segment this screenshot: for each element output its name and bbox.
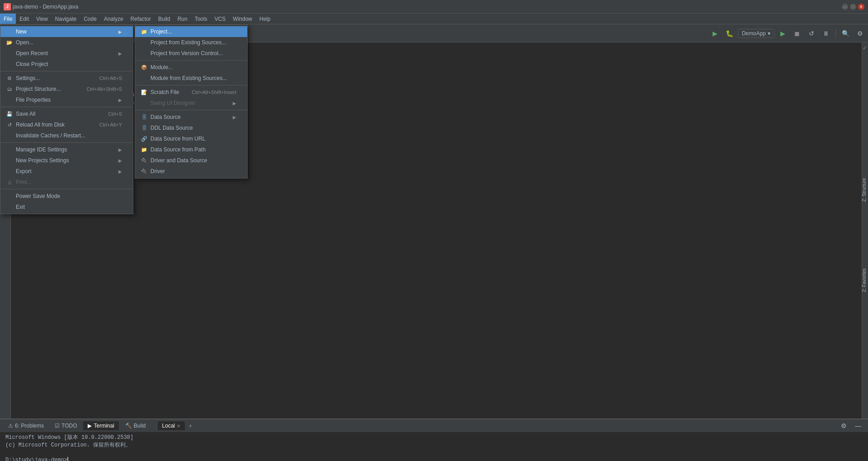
terminal-prompt-line: D:\study\java-demo> — [5, 456, 863, 461]
toolbar-search-button[interactable]: 🔍 — [839, 27, 852, 40]
tab-todo[interactable]: ☑ TODO — [50, 421, 81, 430]
tab-build[interactable]: 🔨 Build — [121, 421, 150, 430]
terminal-minimize-icon[interactable]: — — [852, 419, 864, 432]
open-recent-arrow: ▶ — [118, 51, 122, 56]
menu-build[interactable]: Build — [155, 14, 174, 24]
menu-code[interactable]: Code — [80, 14, 100, 24]
toolbar-pause-button[interactable]: ⏸ — [820, 27, 832, 40]
new-icon — [6, 28, 13, 35]
menu-project-structure-item[interactable]: 🗂 Project Structure... Ctrl+Alt+Shift+S — [0, 84, 133, 94]
module-sources-label: Module from Existing Sources... — [150, 75, 227, 81]
terminal-settings-icon[interactable]: ⚙ — [837, 419, 850, 432]
terminal-prompt: D:\study\java-demo> — [5, 457, 67, 461]
module-icon: 📦 — [141, 64, 148, 71]
menu-refactor[interactable]: Refactor — [127, 14, 155, 24]
menu-window[interactable]: Window — [229, 14, 256, 24]
scratch-icon: 📝 — [141, 89, 148, 96]
project-from-vcs-item[interactable]: Project from Version Control... — [135, 48, 247, 59]
menu-help[interactable]: Help — [256, 14, 274, 24]
toolbar-gear-button[interactable]: ⚙ — [854, 27, 866, 40]
data-source-url-icon: 🔗 — [141, 135, 148, 142]
toolbar-stop-button[interactable]: ◼ — [791, 27, 803, 40]
menu-open-recent-item[interactable]: Open Recent ▶ — [0, 48, 133, 59]
menu-export-item[interactable]: Export ▶ — [0, 166, 133, 177]
menu-settings-item[interactable]: ⚙ Settings... Ctrl+Alt+S — [0, 73, 133, 84]
ddl-icon: 🗄 — [141, 124, 148, 132]
power-save-label: Power Save Mode — [16, 193, 60, 199]
close-project-label: Close Project — [16, 61, 48, 67]
config-dropdown[interactable]: DemoApp ▾ — [738, 29, 774, 38]
toolbar-run-config-button[interactable]: ▶ — [776, 27, 789, 40]
new-projects-arrow: ▶ — [118, 158, 122, 163]
tab-problems[interactable]: ⚠ 6: Problems — [4, 421, 48, 430]
menu-analyze[interactable]: Analyze — [100, 14, 127, 24]
menu-invalidate-item[interactable]: Invalidate Caches / Restart... — [0, 130, 133, 141]
data-source-path-icon: 📁 — [141, 146, 148, 153]
right-sidebar: Z: Structure 2: Favorites ✓ — [862, 42, 868, 419]
ddl-data-source-item[interactable]: 🗄 DDL Data Source — [135, 122, 247, 133]
project-icon: 📁 — [141, 28, 148, 35]
minimize-button[interactable]: — — [842, 4, 848, 10]
scratch-shortcut: Ctrl+Alt+Shift+Insert — [192, 89, 236, 95]
driver-data-source-item[interactable]: 🔌 Driver and Data Source — [135, 155, 247, 166]
menu-file[interactable]: File — [0, 14, 16, 24]
terminal-label: Terminal — [94, 423, 114, 429]
structure-label[interactable]: Z: Structure — [862, 178, 868, 202]
menu-reload-item[interactable]: ↺ Reload All from Disk Ctrl+Alt+Y — [0, 119, 133, 130]
new-arrow: ▶ — [118, 29, 122, 34]
menu-vcs[interactable]: VCS — [211, 14, 230, 24]
save-all-icon: 💾 — [6, 110, 13, 118]
menu-edit[interactable]: Edit — [16, 14, 33, 24]
project-vcs-icon — [141, 50, 148, 57]
menu-exit-item[interactable]: Exit — [0, 202, 133, 212]
open-recent-label: Open Recent — [16, 50, 48, 56]
menu-new-projects-settings-item[interactable]: New Projects Settings ▶ — [0, 155, 133, 166]
project-label-item: Project... — [150, 28, 172, 35]
menu-navigate[interactable]: Navigate — [52, 14, 80, 24]
maximize-button[interactable]: □ — [850, 4, 856, 10]
file-properties-label: File Properties — [16, 97, 51, 103]
project-from-sources-item[interactable]: Project from Existing Sources... — [135, 37, 247, 48]
menu-view[interactable]: View — [33, 14, 52, 24]
driver-data-source-label: Driver and Data Source — [150, 157, 207, 164]
data-source-item[interactable]: 🗄 Data Source ▶ — [135, 112, 247, 122]
scratch-file-item[interactable]: 📝 Scratch File Ctrl+Alt+Shift+Insert — [135, 87, 247, 98]
bottom-panel: ⚠ 6: Problems ☑ TODO ▶ Terminal 🔨 Build … — [0, 419, 868, 461]
reload-icon: ↺ — [6, 121, 13, 128]
close-project-icon — [6, 61, 13, 68]
toolbar-reload-button[interactable]: ↺ — [805, 27, 818, 40]
new-projects-icon — [6, 157, 13, 164]
menu-open-item[interactable]: 📂 Open... — [0, 37, 133, 48]
favorites-label[interactable]: 2: Favorites — [862, 268, 868, 292]
module-from-sources-item[interactable]: Module from Existing Sources... — [135, 73, 247, 84]
menu-manage-ide-item[interactable]: Manage IDE Settings ▶ — [0, 144, 133, 155]
tab-terminal[interactable]: ▶ Terminal — [83, 421, 118, 430]
toolbar-config: ▶ 🐛 DemoApp ▾ ▶ ◼ ↺ ⏸ 🔍 ⚙ — [709, 27, 866, 40]
driver-item[interactable]: 🔌 Driver — [135, 166, 247, 177]
menu-new-item[interactable]: New ▶ — [0, 26, 133, 37]
menu-tools[interactable]: Tools — [191, 14, 211, 24]
sep-3 — [0, 142, 133, 143]
data-source-url-item[interactable]: 🔗 Data Source from URL — [135, 133, 247, 144]
toolbar-sep-3 — [835, 29, 836, 38]
terminal-add-tab[interactable]: + — [187, 422, 194, 429]
module-item[interactable]: 📦 Module... — [135, 62, 247, 73]
menu-save-all-item[interactable]: 💾 Save All Ctrl+S — [0, 108, 133, 119]
terminal-tabs: Local ✕ + — [158, 421, 194, 430]
local-tab-close[interactable]: ✕ — [177, 423, 180, 428]
menu-power-save-item[interactable]: Power Save Mode — [0, 191, 133, 202]
menu-file-properties-item[interactable]: File Properties ▶ — [0, 94, 133, 105]
toolbar-run-button[interactable]: ▶ — [709, 27, 722, 40]
file-dropdown: New ▶ 📂 Open... Open Recent ▶ Close Proj… — [0, 24, 133, 214]
print-icon: 🖨 — [6, 179, 13, 186]
close-button[interactable]: ✕ — [858, 4, 864, 10]
exit-label: Exit — [16, 204, 25, 210]
toolbar-debug-button[interactable]: 🐛 — [723, 27, 736, 40]
menu-close-project-item[interactable]: Close Project — [0, 59, 133, 70]
data-source-path-item[interactable]: 📁 Data Source from Path — [135, 144, 247, 155]
title-text: java-demo - DemoApp.java — [13, 4, 78, 10]
menu-run[interactable]: Run — [174, 14, 191, 24]
new-project-item[interactable]: 📁 Project... — [135, 26, 247, 37]
project-sources-icon — [141, 39, 148, 46]
terminal-local-tab[interactable]: Local ✕ — [158, 421, 185, 430]
